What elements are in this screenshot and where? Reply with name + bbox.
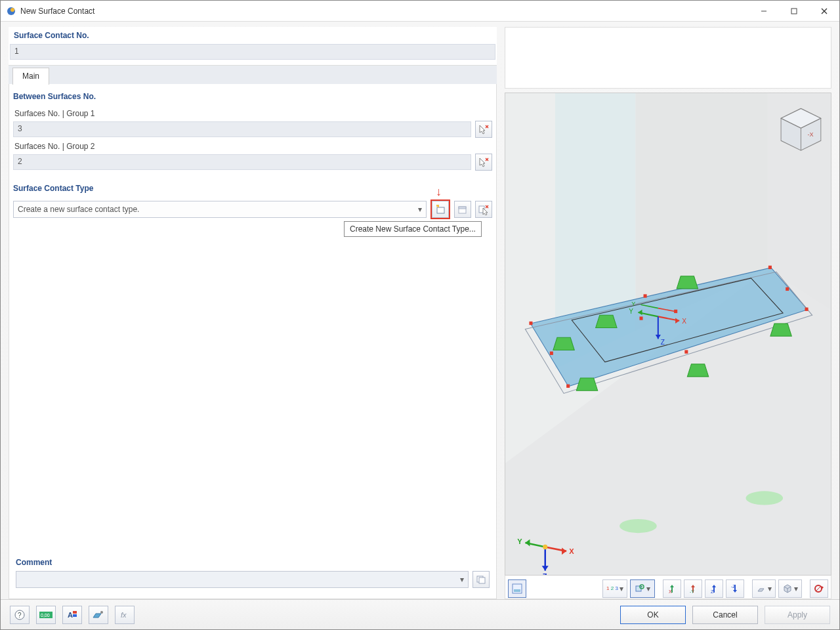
svg-point-98 (100, 611, 103, 614)
chevron-down-icon: ▾ (418, 205, 422, 214)
axis-x-label: X (682, 318, 686, 325)
svg-rect-26 (529, 322, 532, 325)
toolbar-view-plus-x-button[interactable]: X (663, 579, 681, 598)
toolbar-display-mode-button[interactable]: ▾ (778, 579, 802, 598)
svg-marker-97 (93, 614, 101, 618)
svg-marker-36 (553, 337, 574, 350)
svg-marker-71 (670, 585, 674, 587)
dialog-window: New Surface Contact Surface Contact No. … (0, 0, 840, 630)
minimize-button[interactable] (749, 1, 779, 21)
tab-main[interactable]: Main (12, 68, 49, 85)
svg-rect-10 (437, 207, 444, 213)
contact-no-field[interactable]: 1 (10, 44, 495, 60)
svg-text:X: X (669, 589, 672, 594)
comment-section-header: Comment (16, 554, 490, 571)
toolbar-view-minus-z-button[interactable]: -Z (726, 579, 744, 598)
svg-text:Z: Z (711, 589, 714, 594)
close-button[interactable] (809, 1, 839, 21)
corner-x-label: X (569, 547, 574, 555)
help-button[interactable]: ? (10, 606, 30, 624)
svg-rect-66 (514, 589, 520, 592)
title-bar: New Surface Contact (1, 1, 839, 22)
toolbar-view-plus-y-button[interactable]: -Y (684, 579, 702, 598)
contact-no-label: Surface Contact No. (10, 27, 495, 44)
toolbar-perspective-button[interactable]: ▾ (752, 579, 776, 598)
axis-y-label: Y (629, 308, 633, 315)
svg-marker-41 (596, 315, 617, 327)
comment-field[interactable]: ▾ (16, 571, 469, 588)
svg-marker-39 (770, 324, 791, 336)
svg-marker-37 (576, 378, 597, 390)
svg-text:-Z: -Z (731, 584, 736, 589)
svg-point-69 (641, 586, 642, 587)
toolbar-show-button[interactable]: ▾ (630, 579, 655, 598)
svg-rect-95 (73, 611, 77, 614)
corner-y-label: Y (517, 537, 522, 545)
ok-button[interactable]: OK (620, 606, 686, 624)
axis-z-label: Z (661, 339, 665, 346)
dialog-body: Surface Contact No. 1 Main Between Surfa… (1, 22, 839, 599)
svg-rect-18 (479, 578, 485, 583)
svg-rect-29 (566, 385, 570, 388)
create-new-contact-type-button[interactable]: Create New Surface Contact Type... (432, 201, 449, 218)
group2-pick-button[interactable] (475, 154, 492, 171)
units-button[interactable]: 0,00 (36, 606, 56, 624)
svg-marker-77 (712, 585, 716, 587)
between-section-header: Between Surfaces No. (13, 88, 492, 105)
toolbar-view-plus-z-button[interactable]: Z (705, 579, 723, 598)
svg-text:fx: fx (121, 611, 127, 619)
group2-field[interactable]: 2 (13, 154, 471, 170)
app-icon (6, 6, 16, 16)
svg-rect-30 (644, 294, 647, 297)
svg-text:A: A (68, 611, 73, 619)
left-column: Surface Contact No. 1 Main Between Surfa… (9, 27, 497, 599)
svg-text:?: ? (18, 612, 22, 619)
svg-point-1 (10, 8, 14, 12)
group1-label: Surfaces No. | Group 1 (13, 105, 492, 121)
script-button[interactable]: fx (115, 606, 135, 624)
contact-type-section-header: Surface Contact Type (13, 180, 492, 197)
toolbar-reset-button[interactable] (810, 579, 828, 598)
svg-marker-38 (687, 364, 708, 377)
callout-arrow-icon: ↓ (436, 185, 442, 199)
svg-point-50 (620, 519, 657, 533)
preview-3d-viewport[interactable]: X Y Z Y (505, 93, 831, 576)
svg-point-51 (746, 491, 783, 505)
edit-contact-type-button[interactable] (454, 201, 471, 218)
svg-marker-80 (733, 590, 737, 593)
comment-library-button[interactable] (472, 571, 490, 588)
svg-text:-X: -X (808, 131, 814, 138)
capture-button[interactable] (89, 606, 108, 624)
pick-contact-type-button[interactable] (475, 201, 492, 218)
svg-rect-27 (768, 266, 772, 269)
svg-line-89 (816, 586, 821, 591)
chevron-down-icon: ▾ (460, 575, 464, 584)
window-title: New Surface Contact (20, 7, 94, 16)
svg-rect-28 (805, 308, 808, 311)
toolbar-view-mode-button[interactable] (508, 579, 526, 598)
preview-toolbar: 1 2 3▾ ▾ X -Y Z -Z ▾ ▾ (505, 576, 831, 599)
svg-marker-74 (691, 585, 695, 587)
tabs-row: Main (9, 66, 497, 84)
font-button[interactable]: A (62, 606, 82, 624)
svg-rect-3 (791, 9, 797, 14)
svg-marker-40 (677, 276, 698, 289)
svg-rect-32 (550, 352, 553, 355)
svg-rect-33 (786, 287, 789, 291)
create-new-tooltip: Create New Surface Contact Type... (344, 221, 482, 237)
svg-point-64 (543, 545, 547, 549)
maximize-button[interactable] (779, 1, 809, 21)
contact-type-select[interactable]: Create a new surface contact type. ▾ (13, 201, 427, 218)
callout-highlight: ↓ Create New Surface Contact Type... (430, 200, 450, 219)
tab-main-content: Between Surfaces No. Surfaces No. | Grou… (9, 84, 497, 599)
dialog-footer: ? 0,00 A fx OK Cancel Apply (1, 599, 839, 629)
svg-text:-Y: -Y (690, 589, 694, 594)
apply-button[interactable]: Apply (765, 606, 830, 624)
contact-type-placeholder: Create a new surface contact type. (18, 205, 139, 214)
cancel-button[interactable]: Cancel (692, 606, 758, 624)
group1-field[interactable]: 3 (13, 121, 471, 137)
group2-label: Surfaces No. | Group 2 (13, 138, 492, 154)
svg-text:0,00: 0,00 (41, 613, 50, 618)
group1-pick-button[interactable] (475, 121, 492, 138)
toolbar-numbering-button[interactable]: 1 2 3▾ (602, 579, 627, 598)
